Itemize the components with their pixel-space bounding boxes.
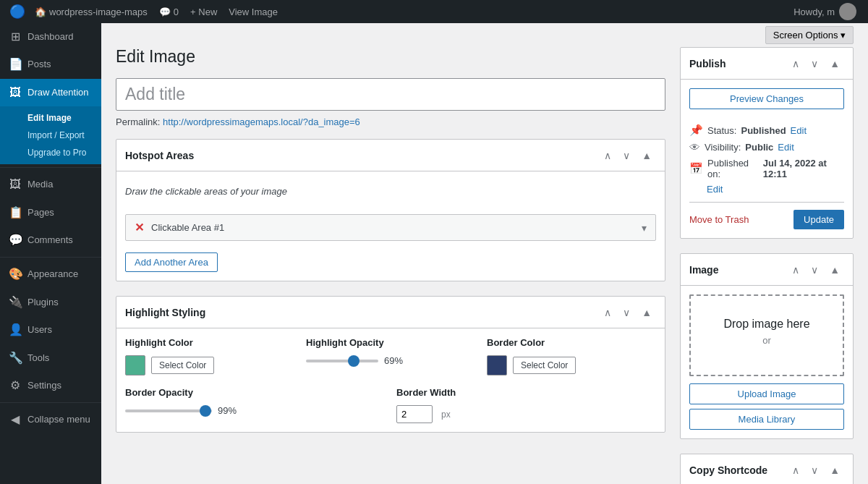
sidebar-item-comments[interactable]: 💬 Comments [0, 226, 101, 254]
menu-separator [0, 402, 101, 403]
image-metabox: Image ∧ ∨ ▲ Drop image here or [680, 253, 854, 439]
drag-handle-button[interactable]: ▲ [637, 147, 656, 164]
hotspot-areas-metabox: Hotspot Areas ∧ ∨ ▲ Draw the clickable a… [116, 139, 665, 281]
postbox-controls: ∧ ∨ ▲ [600, 147, 656, 164]
visibility-row: 👁 Visibility: Public Edit [689, 141, 844, 153]
new-content-menu[interactable]: + New [184, 0, 223, 23]
hotspot-areas-body: Draw the clickable areas of your image ✕… [116, 171, 665, 281]
highlight-grid: Highlight Color Select Color [125, 337, 656, 375]
permalink-line: Permalink: http://wordpressimagemaps.loc… [116, 116, 665, 127]
upload-image-button[interactable]: Upload Image [689, 383, 844, 404]
border-color-swatch[interactable] [487, 355, 507, 375]
published-edit-link[interactable]: Edit [707, 184, 723, 195]
sidebar-item-media[interactable]: 🖼 Media [0, 171, 101, 198]
add-another-area-button[interactable]: Add Another Area [125, 252, 218, 272]
collapse-down-button[interactable]: ∨ [618, 147, 634, 164]
highlight-opacity-slider[interactable] [306, 360, 378, 362]
submenu-item-edit-image[interactable]: Edit Image [0, 109, 101, 127]
permalink-url[interactable]: http://wordpressimagemaps.local/?da_imag… [163, 116, 360, 127]
publish-collapse-down-button[interactable]: ∨ [807, 55, 822, 72]
sidebar-item-label: Posts [27, 58, 51, 71]
visibility-edit-link[interactable]: Edit [778, 142, 793, 153]
sidebar-item-posts[interactable]: 📄 Posts [0, 51, 101, 78]
page-title: Edit Image [116, 47, 665, 67]
collapse-up-button[interactable]: ∧ [600, 304, 616, 321]
drag-handle-button[interactable]: ▲ [637, 304, 656, 321]
submenu-item-import-export[interactable]: Import / Export [0, 127, 101, 144]
published-row: 📅 Published on: Jul 14, 2022 at 12:11 [689, 158, 844, 179]
image-title: Image [689, 264, 788, 276]
sidebar-item-plugins[interactable]: 🔌 Plugins [0, 289, 101, 316]
sidebar-item-draw-attention[interactable]: 🖼 Draw Attention [0, 79, 101, 106]
submenu-item-upgrade-pro[interactable]: Upgrade to Pro [0, 144, 101, 161]
admin-menu: ⊞ Dashboard 📄 Posts 🖼 Draw Attention Edi… [0, 23, 101, 484]
dashboard-icon: ⊞ [9, 29, 22, 45]
add-area-label: Add Another Area [135, 257, 208, 268]
border-width-input[interactable] [396, 405, 433, 423]
preview-btn-label: Preview Changes [730, 93, 804, 104]
sidebar-item-label: Media [27, 178, 53, 191]
update-button[interactable]: Update [793, 210, 844, 229]
status-edit-link[interactable]: Edit [791, 125, 807, 136]
toggle-area-button[interactable]: ▾ [642, 222, 647, 234]
collapse-up-button[interactable]: ∧ [600, 147, 616, 164]
view-image-link[interactable]: View Image [223, 0, 284, 23]
delete-area-button[interactable]: ✕ [135, 221, 144, 234]
publish-controls: ∧ ∨ ▲ [788, 55, 844, 72]
border-color-item: Border Color Select Color [487, 337, 656, 375]
wp-logo[interactable]: 🔵 [6, 0, 29, 23]
sidebar-item-label: Draw Attention [27, 86, 89, 99]
sidebar-item-label: Tools [27, 352, 49, 365]
highlight-opacity-item: Highlight Opacity 69% [306, 337, 475, 375]
publish-header: Publish ∧ ∨ ▲ [681, 48, 853, 80]
site-name[interactable]: 🏠 wordpress-image-maps [29, 0, 153, 23]
publish-collapse-up-button[interactable]: ∧ [788, 55, 804, 72]
shortcode-drag-handle-button[interactable]: ▲ [825, 462, 844, 479]
sidebar-item-appearance[interactable]: 🎨 Appearance [0, 260, 101, 288]
published-date: Jul 14, 2022 at 12:11 [763, 158, 844, 179]
collapse-menu-button[interactable]: ◀ Collapse menu [0, 406, 101, 433]
shortcode-collapse-up-button[interactable]: ∧ [788, 462, 804, 479]
upload-image-label: Upload Image [738, 389, 796, 399]
visibility-icon: 👁 [689, 141, 700, 153]
highlight-select-color-button[interactable]: Select Color [151, 357, 214, 374]
border-color-row: Select Color [487, 355, 656, 375]
publish-drag-handle-button[interactable]: ▲ [825, 55, 844, 72]
shortcode-header: Copy Shortcode ∧ ∨ ▲ [681, 454, 853, 484]
hotspot-areas-header: Hotspot Areas ∧ ∨ ▲ [116, 140, 665, 171]
highlight-title: Highlight Styling [125, 307, 600, 318]
submenu-label: Import / Export [27, 130, 85, 140]
permalink-prefix: Permalink: [116, 116, 160, 127]
sidebar-item-users[interactable]: 👤 Users [0, 316, 101, 344]
move-to-trash-link[interactable]: Move to Trash [689, 214, 749, 225]
image-body: Drop image here or Upload Image Media Li… [681, 286, 853, 438]
sidebar-item-settings[interactable]: ⚙ Settings [0, 372, 101, 399]
border-width-label: Border Width [396, 387, 656, 398]
screen-options-button[interactable]: Screen Options ▾ [765, 26, 854, 44]
image-collapse-up-button[interactable]: ∧ [788, 261, 804, 279]
preview-changes-button[interactable]: Preview Changes [689, 88, 844, 109]
wp-content: Edit Image Permalink: http://wordpressim… [101, 47, 868, 484]
border-opacity-slider[interactable] [125, 409, 212, 412]
comments-link[interactable]: 💬 0 [153, 0, 184, 23]
submenu-label: Upgrade to Pro [27, 148, 86, 158]
sidebar-item-pages[interactable]: 📋 Pages [0, 199, 101, 226]
image-controls: ∧ ∨ ▲ [788, 261, 844, 279]
media-library-button[interactable]: Media Library [689, 409, 844, 430]
sidebar-item-tools[interactable]: 🔧 Tools [0, 344, 101, 372]
collapse-down-button[interactable]: ∨ [618, 304, 634, 321]
image-drag-handle-button[interactable]: ▲ [825, 261, 844, 279]
image-collapse-down-button[interactable]: ∨ [807, 261, 822, 279]
border-select-color-button[interactable]: Select Color [513, 357, 576, 374]
highlight-color-swatch[interactable] [125, 355, 145, 375]
visibility-prefix: Visibility: [705, 142, 741, 153]
shortcode-collapse-down-button[interactable]: ∨ [807, 462, 822, 479]
border-color-label: Border Color [487, 337, 656, 348]
select-color-label: Select Color [159, 360, 206, 370]
publish-footer: Move to Trash Update [689, 202, 844, 229]
hotspot-description: Draw the clickable areas of your image [125, 180, 656, 203]
post-title-input[interactable] [116, 78, 665, 111]
user-menu[interactable]: Howdy, m [788, 0, 862, 23]
image-drop-area[interactable]: Drop image here or [689, 294, 844, 376]
sidebar-item-dashboard[interactable]: ⊞ Dashboard [0, 23, 101, 51]
